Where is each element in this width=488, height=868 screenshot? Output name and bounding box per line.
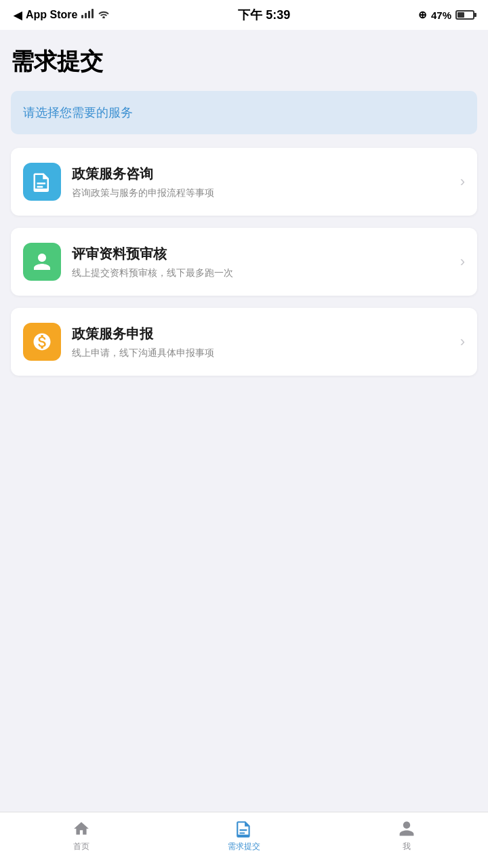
svg-rect-1 bbox=[85, 13, 87, 18]
document-icon bbox=[32, 172, 52, 192]
tab-me[interactable]: 我 bbox=[325, 819, 488, 852]
card-title-policy-apply: 政策服务申报 bbox=[72, 325, 449, 343]
card-body-policy-apply: 政策服务申报 线上申请，线下沟通具体申报事项 bbox=[72, 325, 449, 359]
card-desc-policy-consult: 咨询政策与服务的申报流程等事项 bbox=[72, 187, 449, 199]
tab-home-label: 首页 bbox=[73, 841, 89, 852]
card-desc-review-material: 线上提交资料预审核，线下最多跑一次 bbox=[72, 267, 449, 279]
signal-icon bbox=[81, 9, 94, 21]
chevron-right-icon-3: › bbox=[460, 333, 465, 351]
card-body-policy-consult: 政策服务咨询 咨询政策与服务的申报流程等事项 bbox=[72, 165, 449, 199]
chevron-right-icon: › bbox=[460, 173, 465, 191]
status-time: 下午 5:39 bbox=[238, 7, 290, 23]
main-content: 需求提交 请选择您需要的服务 政策服务咨询 咨询政策与服务的申报流程等事项 › … bbox=[0, 30, 488, 812]
tab-demand-icon bbox=[235, 819, 253, 838]
card-title-policy-consult: 政策服务咨询 bbox=[72, 165, 449, 183]
tab-demand-label: 需求提交 bbox=[228, 841, 260, 852]
tab-me-icon bbox=[397, 819, 416, 838]
card-policy-apply[interactable]: 政策服务申报 线上申请，线下沟通具体申报事项 › bbox=[11, 308, 477, 376]
card-title-review-material: 评审资料预审核 bbox=[72, 245, 449, 263]
card-body-review-material: 评审资料预审核 线上提交资料预审核，线下最多跑一次 bbox=[72, 245, 449, 279]
card-icon-orange bbox=[23, 323, 61, 361]
svg-rect-3 bbox=[92, 9, 94, 18]
card-desc-policy-apply: 线上申请，线下沟通具体申报事项 bbox=[72, 347, 449, 359]
svg-rect-0 bbox=[81, 15, 83, 18]
person-card-icon bbox=[32, 252, 52, 272]
battery-percent: 47% bbox=[431, 9, 451, 21]
status-carrier: ◀ App Store bbox=[14, 9, 110, 22]
page-title: 需求提交 bbox=[11, 46, 477, 77]
tab-home[interactable]: 首页 bbox=[0, 819, 163, 852]
carrier-text: App Store bbox=[26, 9, 77, 21]
back-arrow: ◀ bbox=[14, 9, 22, 22]
card-icon-green bbox=[23, 243, 61, 281]
tab-demand[interactable]: 需求提交 bbox=[163, 819, 325, 852]
card-policy-consult[interactable]: 政策服务咨询 咨询政策与服务的申报流程等事项 › bbox=[11, 148, 477, 216]
card-review-material[interactable]: 评审资料预审核 线上提交资料预审核，线下最多跑一次 › bbox=[11, 228, 477, 296]
tab-bar: 首页 需求提交 我 bbox=[0, 812, 488, 868]
tab-me-label: 我 bbox=[403, 841, 411, 852]
service-selector[interactable]: 请选择您需要的服务 bbox=[11, 91, 477, 134]
battery-icon bbox=[455, 10, 474, 20]
tab-home-icon bbox=[72, 819, 91, 838]
card-icon-blue bbox=[23, 163, 61, 201]
status-bar: ◀ App Store 下午 5:39 ⊕ 47% bbox=[0, 0, 488, 30]
status-right: ⊕ 47% bbox=[418, 9, 474, 21]
wifi-icon bbox=[98, 9, 110, 21]
chevron-right-icon-2: › bbox=[460, 253, 465, 271]
svg-rect-2 bbox=[88, 11, 90, 18]
money-icon bbox=[32, 332, 52, 352]
service-selector-text: 请选择您需要的服务 bbox=[23, 106, 133, 119]
location-icon: ⊕ bbox=[418, 9, 427, 21]
